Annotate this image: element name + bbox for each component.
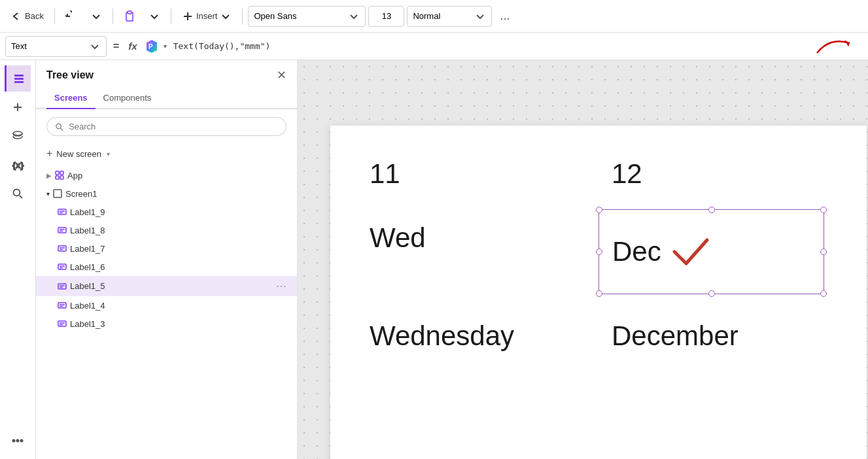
tree-item-label8[interactable]: Label1_8 [36,221,297,239]
handle-br[interactable] [820,290,827,297]
svg-rect-38 [58,284,66,289]
insert-button[interactable]: Insert [177,8,237,25]
property-select[interactable]: Text [5,36,107,57]
handle-bm[interactable] [708,290,715,297]
new-screen-label: New screen [56,149,101,159]
handle-tl[interactable] [596,207,602,213]
paste-button[interactable] [118,8,141,25]
property-chevron-icon [89,41,101,52]
day-long-wednesday: Wednesday [356,307,599,365]
search-button[interactable] [5,180,31,207]
tree-item-label9[interactable]: Label1_9 [36,203,297,221]
tab-screens[interactable]: Screens [46,88,95,109]
tree-close-button[interactable]: ✕ [277,68,286,82]
back-button[interactable]: Back [5,8,49,25]
formula-input[interactable] [171,39,807,54]
canvas-content: 11 12 Wed [330,126,867,459]
separator-4 [242,8,243,24]
handle-bl[interactable] [596,290,602,297]
search-input[interactable] [69,122,278,131]
svg-rect-7 [14,75,24,76]
tree-item-label6[interactable]: Label1_6 [36,258,297,276]
new-screen-button[interactable]: + New screen ▾ [36,144,297,166]
label-icon-4 [57,300,67,311]
svg-rect-9 [14,81,24,83]
font-family-select[interactable]: Open Sans [248,6,366,27]
selected-text: Dec [599,210,824,294]
svg-rect-22 [60,171,63,175]
more-options-button[interactable]: ... [495,7,515,26]
svg-rect-44 [58,321,66,326]
numbers-row: 11 12 [330,126,867,203]
svg-rect-32 [58,246,66,251]
label6-text: Label1_6 [70,262,286,272]
svg-rect-24 [60,176,63,179]
svg-rect-29 [58,228,66,233]
selected-cell: Dec [599,209,841,294]
label-icon-3 [57,318,67,329]
day-long-december: December [599,307,841,365]
add-button[interactable] [5,94,31,120]
data-button[interactable] [5,123,31,149]
tree-item-label5[interactable]: Label1_5 ⋯ [36,276,297,296]
undo-history-button[interactable] [85,8,107,25]
equals-sign: = [111,41,122,52]
tab-components[interactable]: Components [95,88,160,109]
separator-2 [113,8,113,24]
svg-rect-41 [58,303,66,308]
separator-1 [54,8,55,24]
label-icon-7 [57,243,67,254]
style-select[interactable]: Normal [407,6,492,27]
back-icon [10,10,22,22]
canvas-area: 11 12 Wed [298,60,868,459]
tree-item-app-label: App [67,171,286,180]
tree-item-label7[interactable]: Label1_7 [36,239,297,258]
label7-text: Label1_7 [70,244,286,254]
tree-item-screen1[interactable]: ▾ Screen1 [36,184,297,203]
back-label: Back [25,11,44,21]
tree-tabs: Screens Components [36,88,297,109]
label-icon-9 [57,207,67,217]
svg-point-12 [13,131,22,135]
number-11: 11 [356,145,599,203]
paste-history-button[interactable] [143,8,165,25]
red-checkmark [668,232,714,271]
handle-tr[interactable] [820,207,827,213]
label5-text: Label1_5 [70,281,273,291]
variables-button[interactable]: {x} [5,152,31,178]
more-sidebar-button[interactable] [5,428,31,454]
tree-item-app[interactable]: ▶ App [36,166,297,184]
fx-button[interactable]: fx [126,41,139,52]
undo-button[interactable] [60,8,82,25]
logo-chevron-icon[interactable]: ▾ [164,42,167,50]
label-icon-6 [57,262,67,272]
handle-ml[interactable] [596,248,602,255]
font-size-input[interactable] [368,6,404,27]
ellipsis-icon [11,434,24,447]
long-names-row: Wednesday December [330,301,867,371]
handle-mr[interactable] [820,248,827,255]
separator-3 [171,8,171,24]
property-value: Text [11,41,27,51]
tree-items: ▶ App ▾ Screen1 [36,166,297,459]
selected-box[interactable]: Dec [599,209,824,294]
svg-rect-35 [58,264,66,269]
handle-tm[interactable] [708,207,715,213]
svg-point-16 [13,440,15,442]
screen1-chevron-icon: ▾ [46,190,50,197]
layers-button[interactable] [5,65,31,92]
svg-rect-23 [56,176,59,179]
label8-text: Label1_8 [70,226,286,235]
day-short-wed: Wed [356,209,599,294]
svg-line-20 [61,128,63,130]
powerapps-logo: P [144,39,160,54]
insert-label: Insert [196,11,218,21]
item-more-button[interactable]: ⋯ [276,280,286,292]
tree-item-label4[interactable]: Label1_4 [36,296,297,314]
tree-item-label3[interactable]: Label1_3 [36,314,297,333]
tree-item-screen1-label: Screen1 [65,189,286,199]
svg-rect-26 [58,209,66,214]
tree-title: Tree view [46,69,94,81]
left-sidebar: {x} [0,60,36,459]
svg-text:P: P [148,43,153,50]
